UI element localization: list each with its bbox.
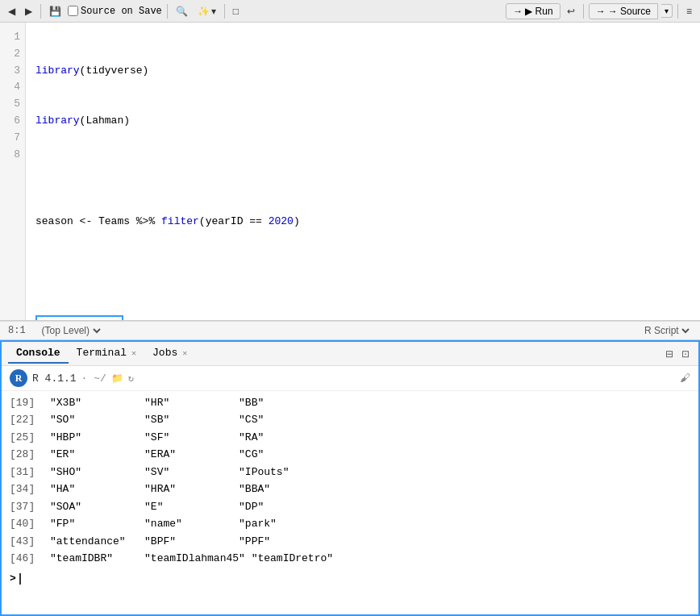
search-button[interactable]: 🔍 [173, 5, 191, 18]
source-on-save-checkbox[interactable] [68, 6, 78, 16]
console-output[interactable]: [19] "X3B" "HR" "BB" [22] "SO" "SB" "CS"… [2, 391, 698, 614]
separator-1 [40, 4, 41, 19]
code-line-6: names(season) [35, 315, 690, 320]
search-icon: 🔍 [176, 6, 188, 17]
magic-button[interactable]: ✨ ▾ [194, 5, 219, 18]
script-type-select[interactable]: R Script [641, 324, 692, 337]
menu-icon: ≡ [686, 6, 692, 17]
code-number-2020: 2020 [269, 214, 294, 231]
scope-label: (Top Level) [39, 324, 103, 337]
rerun-button[interactable]: ↩ [564, 5, 578, 18]
output-val-31-2: "SV" [144, 464, 239, 481]
output-row-25: [25] "HBP" "SF" "RA" [10, 429, 690, 446]
code-text-2: (Lahman) [80, 113, 130, 130]
output-val-46-1: "teamIDBR" [50, 550, 144, 567]
blank-icon: □ [233, 6, 239, 17]
output-val-34-3: "BBA" [239, 481, 270, 497]
output-val-43-2: "BPF" [144, 533, 239, 550]
separator-4 [583, 4, 584, 19]
folder-icon[interactable]: 📁 [111, 373, 123, 385]
output-val-31-1: "SHO" [50, 464, 144, 481]
r-version-label: R 4.1.1 [32, 373, 77, 385]
output-val-22-2: "SB" [144, 411, 239, 428]
output-idx-37: [37] [10, 498, 50, 515]
line-numbers: 1 2 3 4 5 6 7 8 [0, 23, 26, 320]
output-row-22: [22] "SO" "SB" "CS" [10, 411, 690, 428]
source-button[interactable]: → → Source [589, 3, 658, 19]
keyword-library-2: library [35, 113, 80, 130]
output-row-40: [40] "FP" "name" "park" [10, 515, 690, 532]
prompt-cursor [19, 573, 21, 585]
output-idx-46: [46] [10, 550, 50, 567]
output-val-37-2: "E" [144, 498, 239, 515]
console-icon-group: ⊟ ⊡ [663, 348, 692, 360]
code-area[interactable]: library(tidyverse) library(Lahman) seaso… [26, 23, 700, 320]
output-val-22-1: "SO" [50, 411, 144, 428]
menu-button[interactable]: ≡ [683, 5, 695, 18]
maximize-icon: ⊡ [681, 348, 690, 360]
magic-dropdown-icon: ▾ [211, 6, 216, 17]
console-header: R R 4.1.1 · ~/ 📁 ↻ 🖌 [2, 366, 698, 391]
tab-terminal-close-icon[interactable]: ✕ [131, 348, 136, 358]
toolbar: ◀ ▶ 💾 Source on Save 🔍 ✨ ▾ □ → ▶ Run ↩ →… [0, 0, 700, 23]
output-val-28-3: "CG" [239, 446, 264, 463]
save-icon: 💾 [49, 6, 61, 17]
tab-console[interactable]: Console [8, 343, 69, 364]
highlighted-code-names: names(season) [35, 315, 123, 320]
maximize-console-button[interactable]: ⊡ [679, 348, 692, 360]
back-icon: ◀ [8, 6, 15, 17]
tab-jobs-close-icon[interactable]: ✕ [182, 348, 187, 358]
prompt-line[interactable]: > [10, 570, 690, 587]
console-tabs: Console Terminal ✕ Jobs ✕ ⊟ ⊡ [2, 342, 698, 366]
output-idx-40: [40] [10, 515, 50, 532]
code-assignment: season <- Teams %>% [35, 214, 161, 231]
forward-button[interactable]: ▶ [22, 5, 35, 18]
output-row-43: [43] "attendance" "BPF" "PPF" [10, 533, 690, 550]
output-row-34: [34] "HA" "HRA" "BBA" [10, 481, 690, 497]
refresh-icon[interactable]: ↻ [128, 373, 134, 385]
r-path-label: · ~/ [81, 373, 106, 385]
output-val-43-1: "attendance" [50, 533, 144, 550]
output-row-46: [46] "teamIDBR" "teamIDlahman45" "teamID… [10, 550, 690, 567]
source-dropdown-button[interactable]: ▾ [661, 4, 673, 18]
output-idx-34: [34] [10, 481, 50, 497]
output-val-37-1: "SOA" [50, 498, 144, 515]
code-line-1: library(tidyverse) [35, 63, 690, 80]
tab-terminal[interactable]: Terminal ✕ [69, 343, 144, 364]
source-on-save-text: Source on Save [81, 6, 162, 17]
back-button[interactable]: ◀ [5, 5, 19, 18]
separator-3 [224, 4, 225, 19]
output-val-19-3: "BB" [239, 394, 264, 411]
forward-icon: ▶ [25, 6, 32, 17]
scope-select[interactable]: (Top Level) [39, 324, 103, 337]
code-editor[interactable]: 1 2 3 4 5 6 7 8 library(tidyverse) libra… [0, 23, 700, 321]
source-on-save-label[interactable]: Source on Save [68, 6, 162, 17]
output-val-34-2: "HRA" [144, 481, 239, 497]
run-arrow-icon: → [513, 6, 523, 17]
output-row-19: [19] "X3B" "HR" "BB" [10, 394, 690, 411]
tab-jobs[interactable]: Jobs ✕ [144, 343, 195, 364]
tab-terminal-label: Terminal [77, 347, 127, 359]
run-button[interactable]: → ▶ Run [506, 3, 560, 19]
output-val-25-1: "HBP" [50, 429, 144, 446]
code-line-5 [35, 264, 690, 281]
blank-btn[interactable]: □ [230, 5, 242, 18]
output-val-19-2: "HR" [144, 394, 239, 411]
minimize-console-button[interactable]: ⊟ [663, 348, 676, 360]
code-line-4: season <- Teams %>% filter(yearID == 202… [35, 214, 690, 231]
output-row-31: [31] "SHO" "SV" "IPouts" [10, 464, 690, 481]
rerun-icon: ↩ [567, 6, 575, 17]
separator-5 [677, 4, 678, 19]
prompt-char: > [10, 570, 16, 587]
run-label: ▶ Run [525, 6, 552, 17]
brush-icon[interactable]: 🖌 [680, 373, 690, 385]
minimize-icon: ⊟ [665, 348, 673, 360]
output-row-28: [28] "ER" "ERA" "CG" [10, 446, 690, 463]
save-button[interactable]: 💾 [46, 5, 65, 18]
output-idx-25: [25] [10, 429, 50, 446]
output-row-37: [37] "SOA" "E" "DP" [10, 498, 690, 515]
output-idx-28: [28] [10, 446, 50, 463]
tab-console-label: Console [16, 347, 60, 359]
output-val-25-2: "SF" [144, 429, 239, 446]
output-idx-19: [19] [10, 394, 50, 411]
